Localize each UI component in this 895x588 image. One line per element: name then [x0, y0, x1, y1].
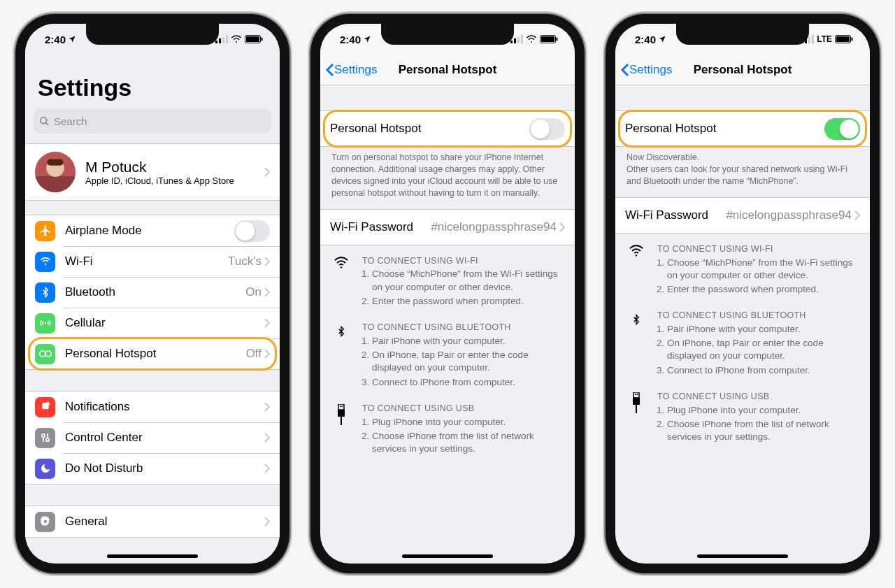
- nav-bar: Settings Personal Hotspot: [320, 55, 575, 85]
- cellular-label: Cellular: [65, 316, 264, 330]
- svg-rect-37: [341, 417, 342, 425]
- control-center-label: Control Center: [65, 431, 264, 445]
- svg-rect-49: [633, 398, 640, 405]
- back-button[interactable]: Settings: [621, 63, 672, 77]
- instr-wifi-title: TO CONNECT USING WI-FI: [657, 243, 859, 255]
- svg-line-9: [45, 122, 48, 125]
- notifications-label: Notifications: [65, 400, 264, 414]
- svg-rect-26: [517, 37, 520, 43]
- svg-rect-6: [246, 36, 259, 42]
- hotspot-toggle[interactable]: [529, 118, 565, 140]
- control-center-row[interactable]: Control Center: [25, 422, 280, 453]
- phone-frame-3: 2:40 LTE Settings Personal Hotspot Perso…: [606, 14, 880, 573]
- svg-rect-31: [557, 38, 558, 41]
- instr-bt-step: On iPhone, tap Pair or enter the code di…: [372, 349, 564, 374]
- airplane-toggle[interactable]: [234, 220, 270, 242]
- chevron-left-icon: [326, 63, 334, 77]
- instr-usb-step: Plug iPhone into your computer.: [372, 416, 564, 429]
- profile-name: M Potuck: [85, 159, 264, 175]
- chevron-right-icon: [264, 257, 270, 266]
- bluetooth-icon: [336, 323, 347, 340]
- search-input[interactable]: Search: [34, 108, 271, 134]
- instr-bluetooth: TO CONNECT USING BLUETOOTH Pair iPhone w…: [320, 312, 575, 393]
- hotspot-toggle-row[interactable]: Personal Hotspot: [320, 111, 575, 146]
- svg-rect-3: [226, 35, 228, 43]
- instr-bt-step: Pair iPhone with your computer.: [372, 335, 564, 347]
- status-network-label: LTE: [817, 34, 832, 44]
- chevron-right-icon: [264, 402, 270, 412]
- status-time: 2:40: [340, 34, 361, 45]
- instr-wifi-step: Choose “MichPhone” from the Wi-Fi settin…: [667, 257, 859, 282]
- bluetooth-row[interactable]: Bluetooth On: [25, 277, 280, 308]
- hotspot-toggle-label: Personal Hotspot: [625, 122, 824, 136]
- airplane-label: Airplane Mode: [65, 224, 234, 238]
- search-placeholder: Search: [54, 115, 87, 127]
- control-center-icon: [35, 428, 55, 448]
- notch: [86, 24, 219, 45]
- wifi-row[interactable]: Wi-Fi Tuck's: [25, 246, 280, 277]
- battery-icon: [245, 35, 263, 43]
- bluetooth-icon: [631, 311, 642, 328]
- wifi-password-row[interactable]: Wi-Fi Password #nicelongpassphrase94: [615, 198, 870, 233]
- instr-usb-title: TO CONNECT USING USB: [657, 391, 859, 403]
- instr-usb-step: Plug iPhone into your computer.: [667, 404, 859, 417]
- personal-hotspot-row[interactable]: Personal Hotspot Off: [25, 338, 280, 369]
- instr-usb-step: Choose iPhone from the list of network s…: [372, 430, 564, 455]
- general-row[interactable]: General: [25, 506, 280, 537]
- chevron-right-icon: [264, 349, 270, 359]
- profile-row[interactable]: M Potuck Apple ID, iCloud, iTunes & App …: [25, 144, 280, 200]
- svg-point-8: [41, 117, 47, 123]
- location-icon: [68, 35, 76, 43]
- hotspot-label: Personal Hotspot: [65, 347, 246, 361]
- home-indicator: [697, 554, 788, 558]
- instr-bt-step: On iPhone, tap Pair or enter the code di…: [667, 337, 859, 362]
- chevron-left-icon: [621, 63, 629, 77]
- wifi-password-row[interactable]: Wi-Fi Password #nicelongpassphrase94: [320, 210, 575, 245]
- cellular-row[interactable]: Cellular: [25, 308, 280, 338]
- svg-rect-34: [340, 406, 341, 407]
- phone-frame-1: 2:40 Settings Search: [15, 14, 289, 573]
- svg-rect-43: [836, 36, 850, 42]
- phone-frame-2: 2:40 Settings Personal Hotspot Personal …: [310, 14, 585, 573]
- svg-point-22: [45, 438, 49, 442]
- svg-rect-2: [222, 37, 224, 43]
- dnd-label: Do Not Disturb: [65, 461, 264, 475]
- usb-icon: [336, 404, 346, 425]
- chevron-right-icon: [559, 222, 565, 232]
- instr-bt-step: Connect to iPhone from computer.: [667, 364, 859, 377]
- airplane-mode-row[interactable]: Airplane Mode: [25, 215, 280, 246]
- gear-icon: [35, 512, 55, 532]
- status-time: 2:40: [45, 34, 66, 45]
- svg-rect-46: [633, 392, 639, 398]
- page-title: Settings: [25, 55, 280, 106]
- instr-bt-step: Pair iPhone with your computer.: [667, 323, 859, 336]
- notifications-row[interactable]: Notifications: [25, 392, 280, 422]
- chevron-right-icon: [264, 464, 270, 473]
- wifi-icon: [334, 257, 349, 269]
- usb-icon: [631, 392, 641, 413]
- svg-rect-47: [635, 394, 636, 395]
- discoverable-hint: Other users can look for your shared net…: [626, 164, 859, 187]
- discoverable-label: Now Discoverable.: [626, 152, 859, 164]
- svg-point-16: [39, 351, 45, 357]
- wifi-pw-label: Wi-Fi Password: [625, 208, 726, 222]
- chevron-right-icon: [264, 433, 270, 443]
- hotspot-toggle-row[interactable]: Personal Hotspot: [615, 111, 870, 146]
- wifi-pw-label: Wi-Fi Password: [330, 220, 431, 234]
- nav-title: Personal Hotspot: [399, 63, 497, 77]
- back-label: Settings: [629, 63, 672, 77]
- hotspot-toggle[interactable]: [824, 118, 860, 140]
- dnd-icon: [35, 459, 55, 479]
- svg-rect-0: [215, 41, 217, 43]
- back-button[interactable]: Settings: [326, 63, 377, 77]
- svg-rect-1: [219, 38, 221, 43]
- nav-bar: Settings Personal Hotspot: [615, 55, 870, 85]
- dnd-row[interactable]: Do Not Disturb: [25, 453, 280, 484]
- instr-bt-title: TO CONNECT USING BLUETOOTH: [657, 310, 859, 322]
- instr-usb: TO CONNECT USING USB Plug iPhone into yo…: [615, 381, 870, 448]
- instr-bt-title: TO CONNECT USING BLUETOOTH: [362, 322, 564, 334]
- general-label: General: [65, 515, 264, 529]
- instr-bluetooth: TO CONNECT USING BLUETOOTH Pair iPhone w…: [615, 300, 870, 381]
- bluetooth-label: Bluetooth: [65, 285, 245, 299]
- instr-bt-step: Connect to iPhone from computer.: [372, 376, 564, 389]
